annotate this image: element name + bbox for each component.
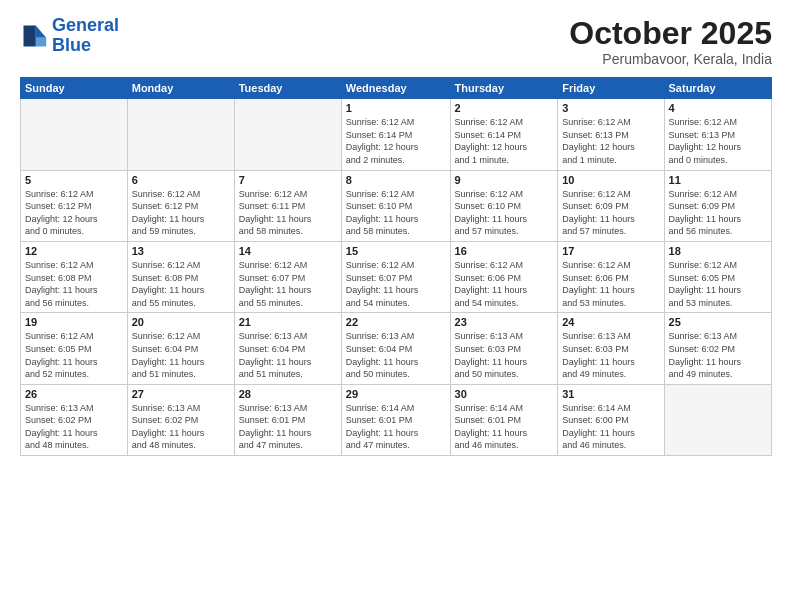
- day-number: 4: [669, 102, 767, 114]
- calendar-cell: 7Sunrise: 6:12 AM Sunset: 6:11 PM Daylig…: [234, 170, 341, 241]
- calendar-cell: 30Sunrise: 6:14 AM Sunset: 6:01 PM Dayli…: [450, 384, 558, 455]
- day-number: 27: [132, 388, 230, 400]
- calendar-cell: 4Sunrise: 6:12 AM Sunset: 6:13 PM Daylig…: [664, 99, 771, 170]
- calendar-cell: 8Sunrise: 6:12 AM Sunset: 6:10 PM Daylig…: [341, 170, 450, 241]
- calendar-cell: 25Sunrise: 6:13 AM Sunset: 6:02 PM Dayli…: [664, 313, 771, 384]
- day-number: 1: [346, 102, 446, 114]
- day-info: Sunrise: 6:13 AM Sunset: 6:02 PM Dayligh…: [25, 402, 123, 452]
- day-info: Sunrise: 6:12 AM Sunset: 6:13 PM Dayligh…: [562, 116, 659, 166]
- calendar-cell: 24Sunrise: 6:13 AM Sunset: 6:03 PM Dayli…: [558, 313, 664, 384]
- day-number: 25: [669, 316, 767, 328]
- logo-general: General: [52, 15, 119, 35]
- day-number: 6: [132, 174, 230, 186]
- day-info: Sunrise: 6:12 AM Sunset: 6:07 PM Dayligh…: [239, 259, 337, 309]
- location: Perumbavoor, Kerala, India: [569, 51, 772, 67]
- calendar-cell: 21Sunrise: 6:13 AM Sunset: 6:04 PM Dayli…: [234, 313, 341, 384]
- calendar-cell: 14Sunrise: 6:12 AM Sunset: 6:07 PM Dayli…: [234, 241, 341, 312]
- logo-blue: Blue: [52, 36, 119, 56]
- logo-text: General Blue: [52, 16, 119, 56]
- calendar-weekday-saturday: Saturday: [664, 78, 771, 99]
- day-number: 31: [562, 388, 659, 400]
- calendar-cell: 28Sunrise: 6:13 AM Sunset: 6:01 PM Dayli…: [234, 384, 341, 455]
- day-info: Sunrise: 6:13 AM Sunset: 6:02 PM Dayligh…: [669, 330, 767, 380]
- day-info: Sunrise: 6:12 AM Sunset: 6:08 PM Dayligh…: [25, 259, 123, 309]
- page: General Blue October 2025 Perumbavoor, K…: [0, 0, 792, 612]
- day-number: 17: [562, 245, 659, 257]
- day-number: 11: [669, 174, 767, 186]
- calendar-table: SundayMondayTuesdayWednesdayThursdayFrid…: [20, 77, 772, 456]
- day-info: Sunrise: 6:14 AM Sunset: 6:01 PM Dayligh…: [455, 402, 554, 452]
- day-info: Sunrise: 6:12 AM Sunset: 6:04 PM Dayligh…: [132, 330, 230, 380]
- day-number: 2: [455, 102, 554, 114]
- day-number: 12: [25, 245, 123, 257]
- calendar-cell: 1Sunrise: 6:12 AM Sunset: 6:14 PM Daylig…: [341, 99, 450, 170]
- day-info: Sunrise: 6:12 AM Sunset: 6:07 PM Dayligh…: [346, 259, 446, 309]
- day-number: 29: [346, 388, 446, 400]
- day-info: Sunrise: 6:13 AM Sunset: 6:01 PM Dayligh…: [239, 402, 337, 452]
- calendar-cell: 3Sunrise: 6:12 AM Sunset: 6:13 PM Daylig…: [558, 99, 664, 170]
- day-info: Sunrise: 6:13 AM Sunset: 6:04 PM Dayligh…: [346, 330, 446, 380]
- calendar-cell: 18Sunrise: 6:12 AM Sunset: 6:05 PM Dayli…: [664, 241, 771, 312]
- day-info: Sunrise: 6:12 AM Sunset: 6:05 PM Dayligh…: [25, 330, 123, 380]
- svg-marker-0: [36, 25, 47, 37]
- day-info: Sunrise: 6:13 AM Sunset: 6:03 PM Dayligh…: [562, 330, 659, 380]
- calendar-week-2: 5Sunrise: 6:12 AM Sunset: 6:12 PM Daylig…: [21, 170, 772, 241]
- calendar-cell: 5Sunrise: 6:12 AM Sunset: 6:12 PM Daylig…: [21, 170, 128, 241]
- logo: General Blue: [20, 16, 119, 56]
- calendar-weekday-wednesday: Wednesday: [341, 78, 450, 99]
- calendar-cell: 29Sunrise: 6:14 AM Sunset: 6:01 PM Dayli…: [341, 384, 450, 455]
- calendar-cell: 20Sunrise: 6:12 AM Sunset: 6:04 PM Dayli…: [127, 313, 234, 384]
- day-number: 30: [455, 388, 554, 400]
- day-number: 5: [25, 174, 123, 186]
- day-number: 23: [455, 316, 554, 328]
- day-info: Sunrise: 6:12 AM Sunset: 6:06 PM Dayligh…: [562, 259, 659, 309]
- logo-icon: [20, 22, 48, 50]
- day-number: 21: [239, 316, 337, 328]
- day-number: 10: [562, 174, 659, 186]
- calendar-weekday-thursday: Thursday: [450, 78, 558, 99]
- day-info: Sunrise: 6:13 AM Sunset: 6:04 PM Dayligh…: [239, 330, 337, 380]
- day-info: Sunrise: 6:12 AM Sunset: 6:12 PM Dayligh…: [132, 188, 230, 238]
- day-number: 18: [669, 245, 767, 257]
- day-number: 7: [239, 174, 337, 186]
- svg-marker-2: [24, 25, 36, 46]
- calendar-weekday-monday: Monday: [127, 78, 234, 99]
- day-number: 13: [132, 245, 230, 257]
- day-number: 19: [25, 316, 123, 328]
- day-info: Sunrise: 6:12 AM Sunset: 6:11 PM Dayligh…: [239, 188, 337, 238]
- calendar-cell: 10Sunrise: 6:12 AM Sunset: 6:09 PM Dayli…: [558, 170, 664, 241]
- day-number: 20: [132, 316, 230, 328]
- day-number: 24: [562, 316, 659, 328]
- calendar-header-row: SundayMondayTuesdayWednesdayThursdayFrid…: [21, 78, 772, 99]
- calendar-cell: 11Sunrise: 6:12 AM Sunset: 6:09 PM Dayli…: [664, 170, 771, 241]
- day-info: Sunrise: 6:12 AM Sunset: 6:09 PM Dayligh…: [562, 188, 659, 238]
- calendar-cell: [127, 99, 234, 170]
- calendar-cell: 19Sunrise: 6:12 AM Sunset: 6:05 PM Dayli…: [21, 313, 128, 384]
- day-info: Sunrise: 6:13 AM Sunset: 6:03 PM Dayligh…: [455, 330, 554, 380]
- calendar-week-4: 19Sunrise: 6:12 AM Sunset: 6:05 PM Dayli…: [21, 313, 772, 384]
- calendar-cell: 16Sunrise: 6:12 AM Sunset: 6:06 PM Dayli…: [450, 241, 558, 312]
- title-block: October 2025 Perumbavoor, Kerala, India: [569, 16, 772, 67]
- day-number: 15: [346, 245, 446, 257]
- calendar-cell: 26Sunrise: 6:13 AM Sunset: 6:02 PM Dayli…: [21, 384, 128, 455]
- svg-marker-1: [36, 38, 47, 47]
- calendar-cell: 2Sunrise: 6:12 AM Sunset: 6:14 PM Daylig…: [450, 99, 558, 170]
- day-number: 28: [239, 388, 337, 400]
- calendar-cell: 31Sunrise: 6:14 AM Sunset: 6:00 PM Dayli…: [558, 384, 664, 455]
- calendar-weekday-sunday: Sunday: [21, 78, 128, 99]
- calendar-cell: 27Sunrise: 6:13 AM Sunset: 6:02 PM Dayli…: [127, 384, 234, 455]
- day-info: Sunrise: 6:12 AM Sunset: 6:10 PM Dayligh…: [455, 188, 554, 238]
- calendar-weekday-friday: Friday: [558, 78, 664, 99]
- day-info: Sunrise: 6:13 AM Sunset: 6:02 PM Dayligh…: [132, 402, 230, 452]
- day-info: Sunrise: 6:14 AM Sunset: 6:01 PM Dayligh…: [346, 402, 446, 452]
- calendar-cell: 13Sunrise: 6:12 AM Sunset: 6:08 PM Dayli…: [127, 241, 234, 312]
- month-title: October 2025: [569, 16, 772, 51]
- day-info: Sunrise: 6:12 AM Sunset: 6:14 PM Dayligh…: [455, 116, 554, 166]
- calendar-cell: [234, 99, 341, 170]
- header: General Blue October 2025 Perumbavoor, K…: [20, 16, 772, 67]
- day-number: 14: [239, 245, 337, 257]
- day-number: 3: [562, 102, 659, 114]
- day-number: 26: [25, 388, 123, 400]
- day-info: Sunrise: 6:12 AM Sunset: 6:05 PM Dayligh…: [669, 259, 767, 309]
- calendar-cell: 12Sunrise: 6:12 AM Sunset: 6:08 PM Dayli…: [21, 241, 128, 312]
